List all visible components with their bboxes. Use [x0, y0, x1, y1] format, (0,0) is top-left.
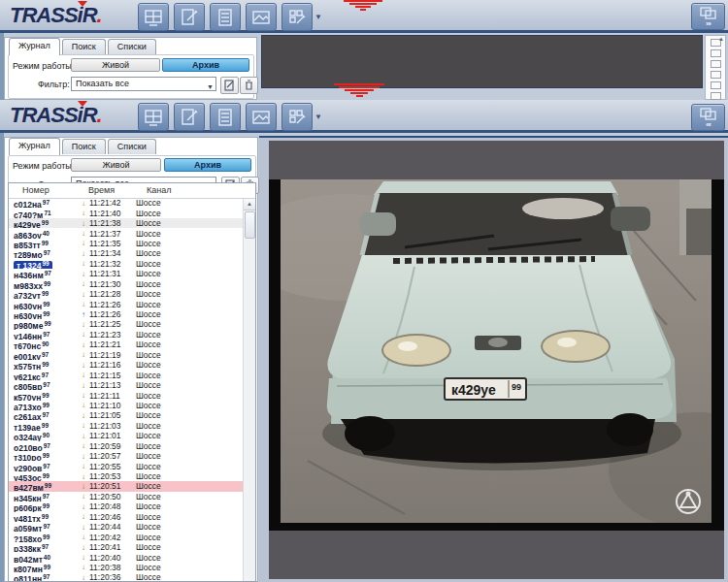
col-time[interactable]: Время: [88, 185, 115, 195]
plate-row[interactable]: у146нн97 ↓ 11:21:23 Шоссе: [9, 330, 244, 340]
collapse-panel-button[interactable]: ›››: [691, 3, 725, 30]
col-number[interactable]: Номер: [22, 185, 50, 195]
mode-label: Режим работы:: [13, 61, 74, 71]
direction-icon: ↓: [78, 371, 89, 379]
document-list-button[interactable]: [210, 103, 241, 131]
plate-row[interactable]: ?158хо99 ↓ 11:20:42 Шоссе: [9, 532, 244, 541]
direction-icon: ↓: [78, 199, 89, 208]
plate-row[interactable]: р606рк99 ↓ 11:20:48 Шоссе: [9, 501, 244, 511]
plate-row[interactable]: с805вр97 ↓ 11:21:13 Шоссе: [9, 380, 244, 390]
plate-row[interactable]: у621кс97 ↓ 11:21:15 Шоссе: [9, 370, 244, 379]
plate-row[interactable]: о210во97 ↓ 11:20:59 Шоссе: [9, 441, 244, 451]
plate-row[interactable]: а732ут99 ↓ 11:21:28 Шоссе: [9, 289, 244, 299]
tab-search[interactable]: Поиск: [62, 139, 106, 154]
plate-row[interactable]: т670нс90 ↓ 11:21:21 Шоссе: [9, 340, 244, 349]
plate-number: ?158хо99: [9, 532, 78, 541]
archive-mode-button[interactable]: Архив: [164, 158, 251, 172]
edit-document-button[interactable]: [174, 103, 205, 131]
plate-number: т 132499: [9, 259, 78, 269]
plate-number: н345кн97: [9, 492, 78, 501]
plate-row[interactable]: в042мт40 ↓ 11:20:40 Шоссе: [9, 552, 244, 562]
scrollbar-thumb[interactable]: [245, 211, 255, 239]
event-time: 11:20:53: [89, 471, 136, 481]
plate-row[interactable]: к807мн99 ↓ 11:20:38 Шоссе: [9, 563, 244, 572]
direction-icon: ↓: [78, 219, 89, 228]
plate-row[interactable]: н436нм97 ↓ 11:21:31 Шоссе: [9, 269, 244, 278]
settings-dropdown-arrow-icon[interactable]: ▼: [314, 13, 322, 21]
tab-lists[interactable]: Списки: [108, 39, 156, 54]
plate-row[interactable]: х575тн99 ↓ 11:21:16 Шоссе: [9, 360, 244, 370]
plate-row[interactable]: р338кк97 ↓ 11:20:41 Шоссе: [9, 542, 244, 552]
layout-grid-button[interactable]: [138, 103, 169, 131]
plate-row[interactable]: с261ах97 ↓ 11:21:05 Шоссе: [9, 410, 244, 420]
filter-combobox[interactable]: Показать все▼: [71, 77, 216, 91]
side-strip-panel[interactable]: ▲: [705, 35, 726, 100]
direction-icon: ↓: [78, 300, 89, 308]
new-note-button[interactable]: [220, 77, 239, 94]
plate-number: с261ах97: [9, 410, 78, 420]
plate-row[interactable]: а059мт97 ↓ 11:20:44 Шоссе: [9, 522, 244, 532]
archive-photo-button[interactable]: [246, 103, 277, 131]
plate-row[interactable]: т289мо97 ↓ 11:21:34 Шоссе: [9, 248, 244, 258]
event-time: 11:20:38: [89, 563, 136, 572]
settings-grid-button[interactable]: [281, 3, 313, 31]
plate-row[interactable]: с012на97 ↓ 11:21:42 Шоссе: [9, 198, 244, 208]
event-channel: Шоссе: [136, 431, 244, 440]
col-channel[interactable]: Канал: [147, 185, 171, 195]
tab-journal[interactable]: Журнал: [9, 38, 60, 55]
video-view-top[interactable]: [261, 35, 703, 88]
plate-row[interactable]: у290ов97 ↓ 11:20:55 Шоссе: [9, 461, 244, 470]
event-channel: Шоссе: [136, 259, 244, 269]
expand-panel-button[interactable]: ‹‹‹: [691, 104, 725, 131]
plate-row[interactable]: н630ун99 ↑ 11:21:26 Шоссе: [9, 309, 244, 319]
tab-lists[interactable]: Списки: [108, 139, 156, 154]
direction-icon: ↓: [78, 330, 89, 339]
document-list-button[interactable]: [210, 3, 241, 31]
edit-document-button[interactable]: [174, 3, 205, 31]
plate-number: о210во97: [9, 441, 78, 451]
settings-grid-button[interactable]: [281, 103, 313, 131]
event-channel: Шоссе: [136, 462, 244, 471]
archive-mode-button[interactable]: Архив: [162, 58, 249, 72]
combo-arrow-icon[interactable]: ▼: [207, 81, 214, 93]
event-time: 11:21:13: [89, 380, 136, 390]
plate-row[interactable]: к570ун99 ↓ 11:21:11 Шоссе: [9, 390, 244, 400]
settings-dropdown-arrow-icon[interactable]: ▼: [314, 113, 322, 121]
direction-icon: ↓: [78, 462, 89, 470]
plate-row[interactable]: о324ау90 ↓ 11:21:01 Шоссе: [9, 431, 244, 440]
plate-row[interactable]: м983хх99 ↓ 11:21:30 Шоссе: [9, 279, 244, 289]
live-mode-button[interactable]: Живой: [71, 58, 160, 72]
car-video-frame: к429уе 99: [269, 179, 724, 531]
tab-journal[interactable]: Журнал: [9, 138, 60, 155]
archive-photo-button[interactable]: [246, 3, 277, 31]
plate-row[interactable]: в427вм99 ↓ 11:20:51 Шоссе: [9, 481, 244, 491]
scrollbar-up-icon[interactable]: ▲: [244, 198, 255, 210]
plate-row[interactable]: у481тх99 ↓ 11:20:46 Шоссе: [9, 512, 244, 522]
plate-row[interactable]: а863оу40 ↓ 11:21:37 Шоссе: [9, 228, 244, 238]
plate-row[interactable]: к429уе99 ↓ 11:21:38 Шоссе: [9, 218, 244, 228]
plate-number: т289мо97: [9, 248, 78, 258]
plate-row[interactable]: н630ун99 ↓ 11:21:26 Шоссе: [9, 299, 244, 308]
strip-scroll-up-icon[interactable]: ▲: [718, 36, 724, 42]
tab-search[interactable]: Поиск: [62, 39, 106, 54]
plate-row[interactable]: у453ос99 ↓ 11:20:53 Шоссе: [9, 471, 244, 481]
clear-list-button[interactable]: [240, 77, 258, 94]
plate-row[interactable]: т139ае99 ↓ 11:21:03 Шоссе: [9, 421, 244, 431]
plate-row[interactable]: т310ро99 ↓ 11:20:57 Шоссе: [9, 451, 244, 461]
direction-icon: ↑: [78, 310, 89, 319]
plate-row[interactable]: р980ме99 ↓ 11:21:25 Шоссе: [9, 319, 244, 329]
plate-number: т670нс90: [9, 340, 78, 349]
plate-row[interactable]: н345кн97 ↓ 11:20:50 Шоссе: [9, 492, 244, 501]
plate-row[interactable]: т 132499 ↓ 11:21:32 Шоссе: [9, 259, 244, 269]
event-time: 11:21:10: [89, 401, 136, 410]
live-mode-button[interactable]: Живой: [71, 158, 161, 172]
letterbox-top: [269, 141, 724, 179]
layout-grid-button[interactable]: [138, 3, 169, 31]
plate-row[interactable]: с740?м71 ↓ 11:21:40 Шоссе: [9, 208, 244, 217]
plate-row[interactable]: в853тт99 ↓ 11:21:35 Шоссе: [9, 239, 244, 248]
plate-row[interactable]: а713хо99 ↓ 11:21:10 Шоссе: [9, 401, 244, 410]
plate-row[interactable]: е001ку97 ↓ 11:21:19 Шоссе: [9, 350, 244, 360]
video-view-main[interactable]: к429уе 99: [269, 141, 724, 579]
plate-row[interactable]: о811нн97 ↓ 11:20:36 Шоссе: [9, 572, 244, 582]
table-scrollbar[interactable]: ▲: [243, 198, 255, 581]
